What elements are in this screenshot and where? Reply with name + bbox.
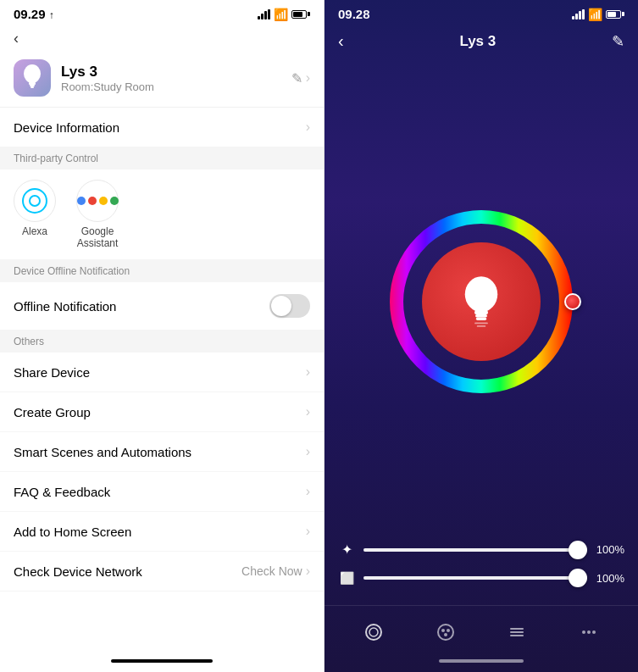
signal-icon-left — [258, 9, 270, 19]
brightness-thumb — [569, 541, 587, 559]
check-now-button[interactable]: Check Now — [241, 564, 302, 578]
brightness-icon: ✦ — [338, 541, 355, 558]
bottom-tabs — [325, 605, 638, 655]
svg-rect-8 — [476, 317, 486, 320]
back-button-left[interactable]: ‹ — [0, 25, 324, 53]
chevron-check-network: › — [306, 564, 310, 579]
signal-icon-right — [572, 9, 585, 19]
svg-point-11 — [366, 625, 381, 640]
wifi-icon-right: 📶 — [588, 8, 602, 21]
brightness-value: 100% — [594, 543, 624, 556]
menu-label-share-device: Share Device — [14, 365, 90, 380]
alexa-logo — [14, 180, 56, 222]
back-button-right[interactable]: ‹ — [338, 31, 344, 51]
battery-icon-right — [606, 10, 624, 19]
power-icon — [363, 622, 384, 642]
menu-item-check-network[interactable]: Check Device Network Check Now › — [0, 552, 324, 591]
svg-rect-2 — [30, 85, 35, 86]
device-icon — [14, 59, 51, 97]
brightness-fill — [363, 548, 585, 552]
device-info: Lys 3 Room:Study Room — [61, 64, 291, 93]
menu-label-add-home: Add to Home Screen — [14, 525, 131, 539]
tab-palette[interactable] — [428, 614, 463, 650]
offline-toggle-switch[interactable] — [269, 294, 310, 318]
menu-label-faq: FAQ & Feedback — [14, 485, 110, 499]
bulb-icon-svg — [20, 64, 44, 92]
edit-icon-left: ✎ — [291, 70, 302, 86]
color-ring-container[interactable] — [388, 208, 574, 395]
time-left: 09.29 ↑ — [14, 7, 54, 21]
home-bar-left — [111, 659, 213, 663]
color-temp-thumb — [569, 569, 587, 587]
section-third-party: Third-party Control — [0, 147, 324, 169]
google-label: Google Assistant — [77, 225, 119, 249]
svg-point-0 — [24, 64, 41, 83]
google-logo — [76, 180, 119, 222]
svg-rect-7 — [475, 314, 487, 317]
left-panel: 09.29 ↑ 📶 ‹ — [0, 0, 325, 672]
color-temp-value: 100% — [594, 572, 624, 585]
brightness-track[interactable] — [363, 548, 585, 552]
color-temp-row: ⬜ 100% — [338, 571, 624, 585]
chevron-right-device: › — [306, 70, 310, 86]
svg-point-14 — [441, 629, 445, 632]
svg-rect-9 — [474, 322, 488, 324]
scenes-icon — [507, 622, 527, 642]
tab-scenes[interactable] — [499, 614, 535, 650]
device-name: Lys 3 — [61, 64, 291, 81]
menu-item-add-home[interactable]: Add to Home Screen › — [0, 512, 324, 552]
bulb-center-svg — [452, 272, 511, 331]
chevron-share-device: › — [306, 364, 310, 380]
menu-item-device-info[interactable]: Device Information › — [0, 108, 324, 147]
svg-point-13 — [438, 625, 453, 640]
chevron-faq: › — [306, 484, 310, 499]
section-offline: Device Offline Notification — [0, 260, 324, 282]
section-others: Others — [0, 330, 324, 353]
right-panel: 09.28 📶 ‹ Lys 3 ✎ — [325, 0, 638, 672]
chevron-create-group: › — [306, 404, 310, 419]
status-icons-left: 📶 — [258, 8, 310, 21]
svg-point-5 — [465, 276, 498, 312]
alexa-item[interactable]: Alexa — [14, 180, 56, 249]
menu-label-smart-scenes: Smart Scenes and Automations — [14, 445, 191, 459]
svg-rect-1 — [29, 82, 36, 85]
chevron-add-home: › — [306, 524, 310, 539]
menu-item-faq[interactable]: FAQ & Feedback › — [0, 472, 324, 512]
wifi-icon-left: 📶 — [274, 8, 288, 21]
menu-item-smart-scenes[interactable]: Smart Scenes and Automations › — [0, 432, 324, 472]
bulb-center — [422, 242, 541, 361]
color-temp-icon: ⬜ — [338, 571, 355, 585]
toggle-thumb — [271, 296, 291, 316]
ring-handle[interactable] — [564, 293, 581, 310]
home-bar-right — [439, 659, 524, 663]
tab-power[interactable] — [356, 614, 391, 650]
status-bar-right: 09.28 📶 — [325, 0, 638, 25]
menu-item-create-group[interactable]: Create Group › — [0, 392, 324, 432]
edit-button-right[interactable]: ✎ — [612, 32, 624, 51]
status-bar-left: 09.29 ↑ 📶 — [0, 0, 324, 25]
alexa-label: Alexa — [22, 225, 47, 237]
brightness-row: ✦ 100% — [338, 541, 624, 558]
menu-label-check-network: Check Device Network — [14, 564, 142, 579]
svg-point-22 — [592, 630, 596, 634]
menu-label-create-group: Create Group — [14, 405, 91, 419]
menu-item-share-device[interactable]: Share Device › — [0, 353, 324, 392]
bulb-area — [325, 61, 638, 541]
palette-icon — [436, 622, 456, 642]
home-indicator-left — [0, 655, 324, 672]
offline-toggle-label: Offline Notification — [14, 299, 116, 314]
sliders-area: ✦ 100% ⬜ 100% — [325, 541, 638, 605]
color-temp-track[interactable] — [363, 576, 585, 580]
device-edit-arrow[interactable]: ✎ › — [291, 70, 310, 86]
tab-more[interactable] — [571, 614, 607, 650]
svg-rect-6 — [474, 310, 488, 314]
right-title: Lys 3 — [459, 33, 496, 50]
chevron-device-info: › — [306, 119, 310, 135]
google-item[interactable]: Google Assistant — [76, 180, 119, 249]
more-icon — [579, 622, 599, 642]
third-party-section: Alexa Google Assistant — [0, 169, 324, 260]
offline-notification-row: Offline Notification — [0, 282, 324, 330]
device-room: Room:Study Room — [61, 81, 291, 93]
time-right: 09.28 — [338, 7, 370, 21]
home-indicator-right — [325, 655, 638, 672]
